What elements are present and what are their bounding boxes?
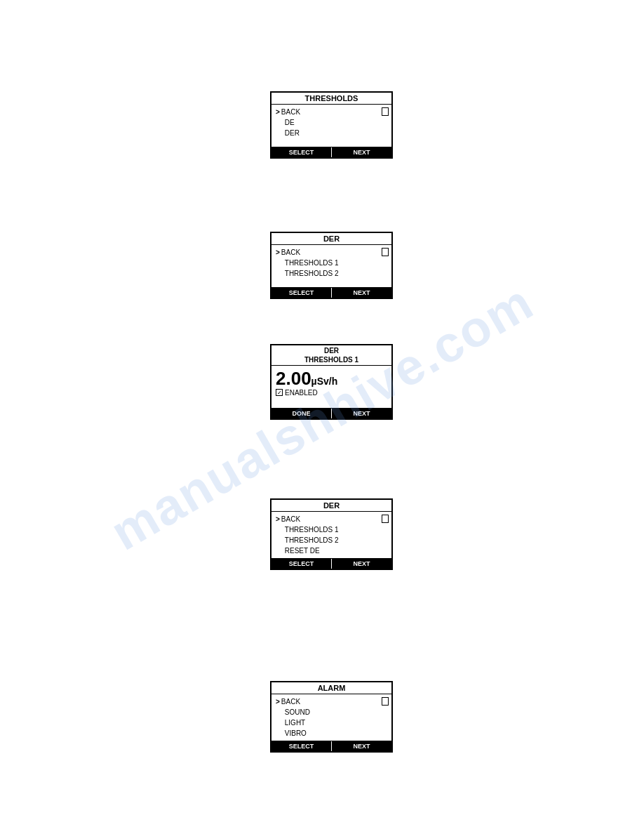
- screen4-next-btn[interactable]: NEXT: [332, 559, 391, 569]
- screen4-item-t2: THRESHOLDS 2: [276, 535, 387, 545]
- screen5-title: ALARM: [271, 682, 391, 694]
- screen1-next-btn[interactable]: NEXT: [332, 147, 391, 157]
- screen4-select-btn[interactable]: SELECT: [271, 559, 332, 569]
- screen-der-extended: DER > BACK THRESHOLDS 1 THRESHOLDS 2 RES…: [270, 498, 393, 570]
- screen5-next-btn[interactable]: NEXT: [332, 741, 391, 751]
- screen2-next-btn[interactable]: NEXT: [332, 288, 391, 298]
- screen4-scroll: [382, 515, 389, 523]
- screen4-item-reset: RESET DE: [276, 545, 387, 556]
- screen-der-basic: DER > BACK THRESHOLDS 1 THRESHOLDS 2 SEL…: [270, 232, 393, 299]
- screen3-footer: DONE NEXT: [271, 408, 391, 418]
- screen5-item-light: LIGHT: [276, 717, 387, 728]
- screen1-item-back: > BACK: [276, 107, 387, 117]
- screen1-chevron: >: [276, 107, 280, 117]
- screen1-item-der: DER: [276, 128, 387, 138]
- screen1-select-btn[interactable]: SELECT: [271, 147, 332, 157]
- screen4-body: > BACK THRESHOLDS 1 THRESHOLDS 2 RESET D…: [271, 512, 391, 558]
- screen4-footer: SELECT NEXT: [271, 558, 391, 569]
- screen1-title: THRESHOLDS: [271, 93, 391, 105]
- screen3-done-btn[interactable]: DONE: [271, 409, 332, 418]
- screen5-item-vibro: VIBRO: [276, 728, 387, 739]
- screen2-item-t1: THRESHOLDS 1: [276, 258, 387, 268]
- screen2-item-t2: THRESHOLDS 2: [276, 268, 387, 279]
- screen2-title: DER: [271, 233, 391, 245]
- screen4-title: DER: [271, 500, 391, 512]
- screen5-body: > BACK SOUND LIGHT VIBRO: [271, 694, 391, 741]
- screen-thresholds: THRESHOLDS > BACK DE DER SELECT NEXT: [270, 91, 393, 159]
- screen4-item-t1: THRESHOLDS 1: [276, 524, 387, 535]
- screen1-scroll: [382, 107, 389, 116]
- screen1-item-de: DE: [276, 117, 387, 128]
- screen2-body: > BACK THRESHOLDS 1 THRESHOLDS 2: [271, 245, 391, 287]
- screen2-select-btn[interactable]: SELECT: [271, 288, 332, 298]
- screen5-chevron: >: [276, 696, 280, 707]
- screen5-scroll: [382, 697, 389, 706]
- screen3-checkbox[interactable]: ✓: [276, 389, 283, 396]
- screen3-title: DER THRESHOLDS 1: [271, 345, 391, 366]
- screen3-enabled: ✓ ENABLED: [276, 389, 387, 397]
- screen5-select-btn[interactable]: SELECT: [271, 741, 332, 751]
- screen2-footer: SELECT NEXT: [271, 287, 391, 298]
- screen1-footer: SELECT NEXT: [271, 147, 391, 157]
- screen5-item-back: > BACK: [276, 696, 387, 707]
- screen-alarm: ALARM > BACK SOUND LIGHT VIBRO SELECT NE: [270, 681, 393, 753]
- screen2-scroll: [382, 248, 389, 256]
- screen3-next-btn[interactable]: NEXT: [332, 409, 391, 418]
- screen4-item-back: > BACK: [276, 514, 387, 524]
- screen3-body: 2.00µSv/h ✓ ENABLED: [271, 366, 391, 408]
- screen1-body: > BACK DE DER: [271, 105, 391, 147]
- screen5-footer: SELECT NEXT: [271, 741, 391, 751]
- screen4-chevron: >: [276, 514, 280, 524]
- screen-der-threshold1-value: DER THRESHOLDS 1 2.00µSv/h ✓ ENABLED DON…: [270, 344, 393, 420]
- screen3-value-display: 2.00µSv/h: [276, 369, 387, 389]
- screen5-item-sound: SOUND: [276, 707, 387, 717]
- screen2-item-back: > BACK: [276, 247, 387, 258]
- screen2-chevron: >: [276, 247, 280, 258]
